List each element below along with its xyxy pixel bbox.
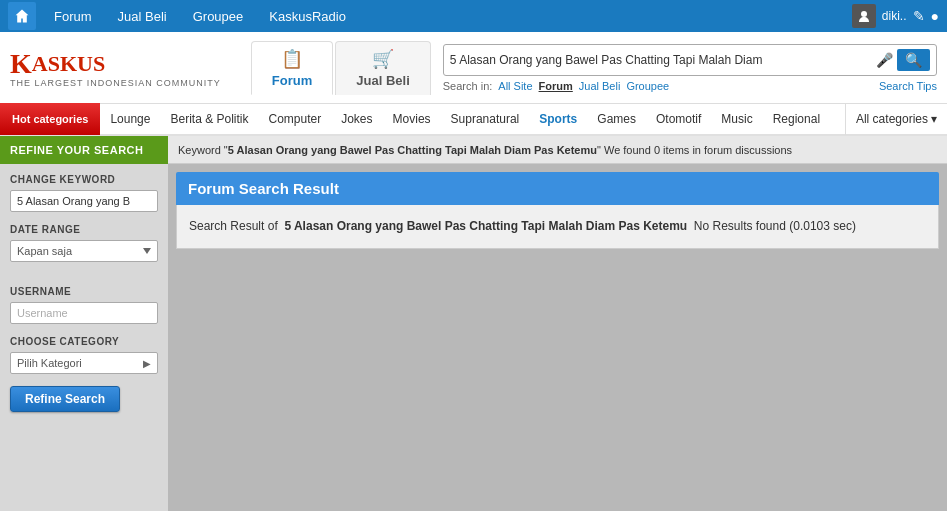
- date-range-title: DATE RANGE: [10, 224, 158, 235]
- search-groupee[interactable]: Groupee: [626, 80, 669, 92]
- main-nav-tabs: 📋 Forum 🛒 Jual Beli: [251, 41, 433, 95]
- search-all-site[interactable]: All Site: [498, 80, 532, 92]
- cat-computer[interactable]: Computer: [259, 103, 332, 135]
- site-header: K ASKUS THE LARGEST INDONESIAN COMMUNITY…: [0, 32, 947, 104]
- content-area: Forum Search Result Search Result of 5 A…: [168, 164, 947, 511]
- logo-area: K ASKUS THE LARGEST INDONESIAN COMMUNITY: [10, 48, 221, 88]
- refine-bar: REFINE YOUR SEARCH: [0, 136, 168, 164]
- nav-groupee[interactable]: Groupee: [181, 5, 256, 28]
- cat-movies[interactable]: Movies: [383, 103, 441, 135]
- nav-jualbeli[interactable]: Jual Beli: [106, 5, 179, 28]
- chevron-down-icon: ▾: [931, 112, 937, 126]
- result-body-query: 5 Alasan Orang yang Bawel Pas Chatting T…: [284, 219, 687, 233]
- username-title: USERNAME: [10, 286, 158, 297]
- search-area: 🎤 🔍 Search in: All Site Forum Jual Beli …: [443, 44, 937, 92]
- cat-jokes[interactable]: Jokes: [331, 103, 382, 135]
- keyword-count: 0: [654, 144, 660, 156]
- logo[interactable]: K ASKUS: [10, 48, 221, 80]
- top-navigation: Forum Jual Beli Groupee KaskusRadio diki…: [0, 0, 947, 32]
- logo-k: K: [10, 48, 32, 80]
- jualbeli-icon: 🛒: [372, 48, 394, 70]
- nav-kaskusradio[interactable]: KaskusRadio: [257, 5, 358, 28]
- hot-categories-button[interactable]: Hot categories: [0, 103, 100, 135]
- keyword-input[interactable]: [10, 190, 158, 212]
- keyword-bar: Keyword "5 Alasan Orang yang Bawel Pas C…: [168, 136, 947, 164]
- search-options: Search in: All Site Forum Jual Beli Grou…: [443, 80, 937, 92]
- main-layout: CHANGE KEYWORD DATE RANGE Kapan saja USE…: [0, 164, 947, 511]
- logo-subtitle: THE LARGEST INDONESIAN COMMUNITY: [10, 78, 221, 88]
- username-input[interactable]: [10, 302, 158, 324]
- result-body: Search Result of 5 Alasan Orang yang Baw…: [176, 205, 939, 249]
- refine-search-button[interactable]: Refine Search: [10, 386, 120, 412]
- categories-bar: Hot categories Lounge Berita & Politik C…: [0, 104, 947, 136]
- choose-category-title: CHOOSE CATEGORY: [10, 336, 158, 347]
- user-avatar: [852, 4, 876, 28]
- refine-and-keyword: REFINE YOUR SEARCH Keyword "5 Alasan Ora…: [0, 136, 947, 164]
- svg-point-0: [861, 11, 867, 17]
- refine-title: REFINE YOUR SEARCH: [10, 144, 143, 156]
- username-label: diki..: [882, 9, 907, 23]
- cat-music[interactable]: Music: [711, 103, 762, 135]
- tab-jualbeli[interactable]: 🛒 Jual Beli: [335, 41, 430, 95]
- cat-lounge[interactable]: Lounge: [100, 103, 160, 135]
- search-box: 🎤 🔍: [443, 44, 937, 76]
- nav-forum[interactable]: Forum: [42, 5, 104, 28]
- search-in-label: Search in:: [443, 80, 493, 92]
- search-jualbeli[interactable]: Jual Beli: [579, 80, 621, 92]
- home-button[interactable]: [8, 2, 36, 30]
- tab-forum-label: Forum: [272, 73, 312, 88]
- cat-sports[interactable]: Sports: [529, 103, 587, 135]
- keyword-unit: items in forum discussions: [663, 144, 792, 156]
- result-body-suffix: No Results found (0.0103 sec): [694, 219, 856, 233]
- notification-icon[interactable]: ●: [931, 8, 939, 24]
- search-button[interactable]: 🔍: [897, 49, 930, 71]
- cat-supranatural[interactable]: Supranatural: [441, 103, 530, 135]
- cat-games[interactable]: Games: [587, 103, 646, 135]
- result-body-prefix: Search Result of: [189, 219, 278, 233]
- keyword-suffix: We found: [604, 144, 651, 156]
- microphone-icon[interactable]: 🎤: [876, 52, 893, 68]
- top-nav-links: Forum Jual Beli Groupee KaskusRadio: [42, 5, 852, 28]
- keyword-prefix: Keyword: [178, 144, 221, 156]
- chevron-right-icon: ▶: [143, 358, 151, 369]
- edit-icon[interactable]: ✎: [913, 8, 925, 24]
- search-tips-link[interactable]: Search Tips: [879, 80, 937, 92]
- top-nav-right: diki.. ✎ ●: [852, 4, 939, 28]
- sidebar: CHANGE KEYWORD DATE RANGE Kapan saja USE…: [0, 164, 168, 511]
- all-categories-label: All categories: [856, 112, 928, 126]
- logo-text: ASKUS: [32, 51, 105, 77]
- category-select[interactable]: Pilih Kategori ▶: [10, 352, 158, 374]
- cat-regional[interactable]: Regional: [763, 103, 830, 135]
- keyword-query: 5 Alasan Orang yang Bawel Pas Chatting T…: [228, 144, 597, 156]
- result-header: Forum Search Result: [176, 172, 939, 205]
- all-categories-dropdown[interactable]: All categories ▾: [845, 103, 947, 135]
- tab-forum[interactable]: 📋 Forum: [251, 41, 333, 95]
- date-range-select[interactable]: Kapan saja: [10, 240, 158, 262]
- cat-berita[interactable]: Berita & Politik: [160, 103, 258, 135]
- forum-icon: 📋: [281, 48, 303, 70]
- search-forum[interactable]: Forum: [539, 80, 573, 92]
- category-select-value: Pilih Kategori: [17, 357, 82, 369]
- change-keyword-title: CHANGE KEYWORD: [10, 174, 158, 185]
- tab-jualbeli-label: Jual Beli: [356, 73, 409, 88]
- search-input[interactable]: [450, 53, 872, 67]
- cat-otomotif[interactable]: Otomotif: [646, 103, 711, 135]
